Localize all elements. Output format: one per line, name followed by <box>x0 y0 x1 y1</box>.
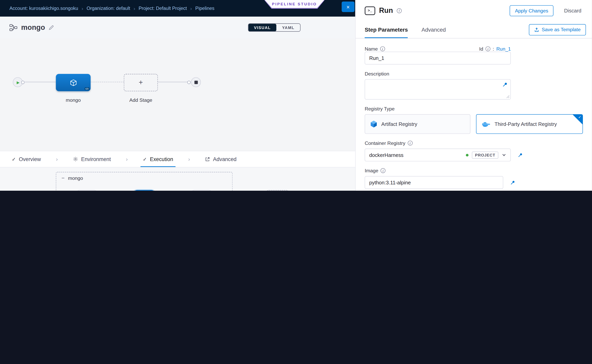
discard-button[interactable]: Discard <box>562 7 584 14</box>
environment-gear-icon <box>73 156 78 162</box>
stage-graph-canvas: ▶ </> mongo + Add Stage <box>0 39 355 151</box>
pin-button[interactable] <box>515 150 525 160</box>
pipeline-studio-screen: Account: kurosakiichigo.songoku › Organi… <box>0 0 592 191</box>
stop-icon <box>194 80 198 84</box>
pin-button[interactable] <box>508 178 518 188</box>
check-icon: ✓ <box>578 115 581 119</box>
tab-execution[interactable]: ✓ Execution <box>141 151 175 167</box>
pipeline-icon <box>9 24 17 31</box>
info-icon[interactable]: i <box>397 8 402 13</box>
step-node-run1-selected[interactable]: >_ <box>133 190 156 191</box>
tab-separator-icon: › <box>56 156 58 162</box>
connector-line <box>158 82 187 82</box>
run-step-icon: >_ <box>365 6 375 15</box>
breadcrumb-pipelines[interactable]: Pipelines <box>195 6 215 11</box>
step-node-run2[interactable]: >_ <box>190 190 213 191</box>
tab-advanced-panel[interactable]: Advanced <box>421 21 446 38</box>
name-label: Name i <box>365 46 385 52</box>
description-input[interactable] <box>365 79 511 100</box>
advanced-launch-icon <box>205 157 210 162</box>
tab-environment[interactable]: Environment <box>71 151 113 167</box>
top-nav-bar: Account: kurosakiichigo.songoku › Organi… <box>0 0 355 17</box>
apply-changes-button[interactable]: Apply Changes <box>510 5 554 16</box>
pipeline-studio-badge: PIPELINE STUDIO <box>264 0 325 9</box>
collapse-group-button[interactable]: − <box>61 175 65 181</box>
image-input[interactable]: python:3.11-alpine <box>365 176 503 189</box>
registry-option-artifact[interactable]: Artifact Registry <box>365 114 470 134</box>
pin-icon[interactable] <box>502 82 508 88</box>
toggle-visual[interactable]: VISUAL <box>248 24 276 31</box>
scope-badge: PROJECT <box>472 151 498 158</box>
artifact-registry-cube-icon <box>370 120 377 128</box>
pipeline-studio-label: PIPELINE STUDIO <box>272 2 317 6</box>
breadcrumb: Account: kurosakiichigo.songoku › Organi… <box>9 6 215 11</box>
tab-overview-label: Overview <box>19 156 41 162</box>
image-label: Image i <box>365 168 583 174</box>
add-stage-button[interactable]: + <box>124 74 158 91</box>
tab-advanced[interactable]: Advanced <box>203 151 239 167</box>
info-icon[interactable]: i <box>380 46 385 51</box>
step-group-mongo: − mongo <box>56 172 233 191</box>
close-button[interactable]: × <box>342 2 355 12</box>
pipeline-title: mongo <box>21 23 45 32</box>
container-registry-select[interactable]: dockerHarness PROJECT <box>365 149 511 162</box>
tab-overview[interactable]: ✓ Overview <box>9 151 43 167</box>
breadcrumb-organization[interactable]: Organization: default <box>87 6 130 11</box>
description-label: Description <box>365 71 583 77</box>
stage-node-mongo[interactable]: </> <box>56 74 91 91</box>
close-icon: × <box>346 4 350 10</box>
plus-icon: + <box>139 78 143 87</box>
connector-dot <box>187 81 190 84</box>
id-separator: : <box>493 46 494 52</box>
info-icon[interactable]: i <box>381 168 386 173</box>
info-icon[interactable]: i <box>408 141 412 146</box>
step-id: Id i : Run_1 <box>479 46 511 52</box>
breadcrumb-separator-icon: › <box>190 6 192 11</box>
registry-option-label: Third-Party Artifact Registry <box>494 121 557 127</box>
tab-step-parameters[interactable]: Step Parameters <box>365 21 408 38</box>
add-step-button[interactable]: + <box>266 190 289 191</box>
panel-body: Name i Id i : Run_1 Run_1 Description <box>356 46 592 191</box>
check-icon: ✓ <box>12 156 16 162</box>
breadcrumb-separator-icon: › <box>81 6 83 11</box>
template-upload-icon <box>534 27 539 32</box>
container-registry-label: Container Registry i <box>365 140 583 146</box>
panel-header: >_ Run i Apply Changes Discard <box>356 0 592 21</box>
connector-dot <box>21 81 25 84</box>
breadcrumb-account[interactable]: Account: kurosakiichigo.songoku <box>9 6 78 11</box>
chevron-down-icon <box>502 153 506 157</box>
add-stage-label: Add Stage <box>124 97 158 103</box>
tab-environment-label: Environment <box>81 156 111 162</box>
save-as-template-label: Save as Template <box>542 27 581 32</box>
group-label: mongo <box>68 175 83 181</box>
panel-title: Run <box>379 6 393 15</box>
info-icon[interactable]: i <box>485 46 491 51</box>
step-config-panel: >_ Run i Apply Changes Discard Step Para… <box>355 0 592 191</box>
breadcrumb-separator-icon: › <box>134 6 135 11</box>
execution-graph-canvas: − mongo ▶ <box>0 167 355 191</box>
step-node-gitclone[interactable] <box>75 190 99 191</box>
registry-option-label: Artifact Registry <box>381 121 417 127</box>
save-as-template-button[interactable]: Save as Template <box>529 24 586 35</box>
connector-line <box>25 82 56 82</box>
edit-pencil-icon[interactable] <box>49 25 54 30</box>
breadcrumb-project[interactable]: Project: Default Project <box>139 6 187 11</box>
tab-advanced-label: Advanced <box>213 156 237 162</box>
code-badge-icon: </> <box>85 88 90 90</box>
stage-label: mongo <box>56 97 91 103</box>
registry-option-third-party[interactable]: Third-Party Artifact Registry ✓ <box>476 114 583 134</box>
id-label: Id <box>479 46 483 52</box>
check-icon: ✓ <box>143 156 147 162</box>
stage-config-tabs: ✓ Overview › Environment › ✓ Execution ›… <box>0 151 355 167</box>
id-value-link[interactable]: Run_1 <box>496 46 511 52</box>
name-input[interactable]: Run_1 <box>365 52 511 65</box>
pipeline-header: mongo VISUAL YAML <box>0 17 355 39</box>
pipeline-end-node <box>191 77 201 87</box>
connector-line <box>91 82 124 82</box>
toggle-yaml[interactable]: YAML <box>276 24 300 31</box>
main-area: Account: kurosakiichigo.songoku › Organi… <box>0 0 355 191</box>
play-icon: ▶ <box>17 80 20 84</box>
registry-type-label: Registry Type <box>365 106 583 112</box>
resize-handle[interactable] <box>506 95 510 98</box>
connected-status-dot <box>466 154 469 156</box>
